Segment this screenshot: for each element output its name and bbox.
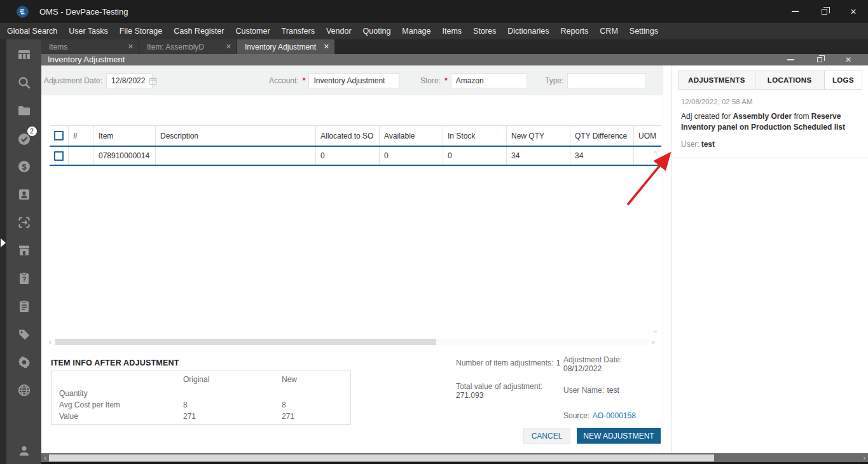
window-horizontal-scrollbar[interactable]: ‹ › — [41, 453, 868, 462]
window-scrollbar-thumb[interactable] — [49, 454, 714, 461]
sidebar-item-orders[interactable] — [16, 298, 32, 315]
tab-inventory-adjustment-close-icon[interactable]: ✕ — [324, 43, 329, 51]
panel-tab-logs[interactable]: LOGS — [824, 71, 862, 90]
menu-global-search[interactable]: Global Search — [1, 23, 63, 39]
minimize-button[interactable] — [780, 0, 809, 23]
restore-button[interactable] — [809, 0, 839, 23]
menu-dictionaries[interactable]: Dictionaries — [502, 23, 555, 39]
tasks-badge: 2 — [27, 126, 37, 136]
account-input[interactable]: Inventory Adjustment — [308, 73, 399, 88]
inner-minimize-icon[interactable] — [787, 59, 794, 60]
item-info-row-avgcost-label: Avg Cost per Item — [59, 400, 183, 411]
summary-adjustment-date-value: 08/12/2022 — [563, 364, 622, 373]
item-info-value-original: 271 — [183, 411, 282, 422]
window-scroll-left-arrow-icon[interactable]: ‹ — [41, 454, 49, 461]
scroll-down-chevron-icon[interactable]: ⌄ — [652, 326, 658, 334]
col-allocated[interactable]: Allocated to SO — [316, 126, 380, 146]
cell-new-qty: 34 — [507, 147, 570, 165]
gear-icon — [17, 355, 32, 370]
scroll-up-chevron-icon[interactable]: ⌃ — [652, 150, 658, 158]
close-button[interactable]: ✕ — [839, 0, 868, 23]
cell-qty-difference: 34 — [570, 147, 634, 165]
sidebar-item-search[interactable] — [16, 74, 32, 91]
adjustment-items-table: # Item Description Allocated to SO Avail… — [50, 125, 661, 166]
log-entry: 12/08/2022, 02:58 AM Adj created for Ass… — [672, 90, 868, 158]
store-input[interactable]: Amazon — [451, 73, 527, 88]
menu-stores[interactable]: Stores — [467, 23, 502, 39]
inner-restore-icon[interactable] — [817, 57, 822, 62]
menu-transfers[interactable]: Transfers — [276, 23, 320, 39]
menu-customer[interactable]: Customer — [230, 23, 275, 39]
sidebar-item-tags[interactable] — [16, 326, 32, 343]
item-info-row-value-label: Value — [59, 411, 183, 422]
sidebar-item-files[interactable] — [16, 102, 32, 119]
row-checkbox[interactable] — [54, 151, 64, 161]
panel-tabs: ADJUSTMENTS LOCATIONS LOGS — [672, 65, 868, 90]
menu-file-storage[interactable]: File Storage — [114, 23, 168, 39]
select-all-checkbox[interactable] — [54, 131, 64, 140]
sidebar-collapse-strip — [0, 39, 6, 464]
type-input[interactable] — [567, 73, 646, 88]
table-horizontal-scrollbar[interactable]: ‹ › — [46, 337, 657, 347]
menu-vendor[interactable]: Vendor — [320, 23, 357, 39]
inner-close-icon[interactable]: ✕ — [845, 56, 851, 64]
sidebar-item-web[interactable] — [16, 382, 32, 399]
panel-tab-locations[interactable]: LOCATIONS — [755, 71, 824, 90]
tab-inventory-adjustment[interactable]: Inventory Adjustment ✕ — [237, 39, 334, 54]
tab-items-label: Items — [49, 43, 124, 51]
sidebar-item-transfers[interactable] — [16, 214, 32, 231]
close-icon: ✕ — [850, 8, 857, 16]
summary-total-value-number: 271.093 — [456, 391, 564, 400]
sidebar-item-profile[interactable] — [16, 442, 32, 459]
menu-bar: Global Search User Tasks File Storage Ca… — [0, 23, 868, 39]
table-scrollbar-track[interactable] — [54, 339, 649, 345]
scroll-left-arrow-icon[interactable]: ‹ — [46, 338, 54, 346]
scroll-right-arrow-icon[interactable]: › — [649, 338, 657, 346]
col-uom[interactable]: UOM — [634, 126, 661, 146]
table-scrollbar-thumb[interactable] — [55, 339, 436, 345]
summary-source: Source: AO-0000158 — [563, 409, 636, 421]
sidebar-expander-arrow-icon[interactable] — [1, 238, 6, 247]
menu-cash-register[interactable]: Cash Register — [168, 23, 230, 39]
adjustment-date-label: Adjustment Date: — [44, 76, 102, 85]
calendar-icon[interactable] — [145, 77, 157, 85]
user-icon — [17, 443, 32, 458]
menu-user-tasks[interactable]: User Tasks — [63, 23, 114, 39]
col-description[interactable]: Description — [156, 126, 316, 146]
adjustment-date-input[interactable]: 12/8/2022 — [106, 73, 153, 88]
sidebar-item-dashboard[interactable] — [16, 46, 32, 63]
col-in-stock[interactable]: In Stock — [443, 126, 507, 146]
panel-tab-adjustments[interactable]: ADJUSTMENTS — [678, 71, 755, 90]
tab-items[interactable]: Items ✕ — [41, 39, 139, 54]
sidebar-item-stores[interactable] — [16, 242, 32, 259]
sidebar-item-help-tasks[interactable]: ? — [16, 270, 32, 287]
sidebar-item-settings[interactable] — [16, 354, 32, 371]
col-available[interactable]: Available — [380, 126, 443, 146]
adjustment-form-bar: Adjustment Date: 12/8/2022 Account: * — [41, 65, 663, 95]
menu-quoting[interactable]: Quoting — [357, 23, 397, 39]
cell-available: 0 — [380, 147, 443, 165]
tab-item-assemblyd-close-icon[interactable]: ✕ — [226, 43, 231, 51]
sidebar-item-contacts[interactable] — [16, 186, 32, 203]
window-scroll-right-arrow-icon[interactable]: › — [860, 454, 868, 461]
menu-items[interactable]: Items — [437, 23, 468, 39]
new-adjustment-button[interactable]: NEW ADJUSTMENT — [577, 428, 661, 444]
col-item[interactable]: Item — [94, 126, 156, 146]
menu-reports[interactable]: Reports — [555, 23, 595, 39]
col-new-qty[interactable]: New QTY — [507, 126, 570, 146]
sidebar-item-finance[interactable]: $ — [16, 158, 32, 175]
col-qty-difference[interactable]: QTY Difference — [570, 126, 634, 146]
menu-manage[interactable]: Manage — [396, 23, 436, 39]
tab-item-assemblyd[interactable]: Item: AssemblyD ✕ — [139, 39, 237, 54]
search-icon — [17, 75, 32, 90]
cancel-button[interactable]: CANCEL — [523, 428, 570, 444]
table-row[interactable]: 078910000014 0 0 0 34 34 — [50, 147, 661, 166]
source-link[interactable]: AO-0000158 — [593, 411, 636, 420]
col-number[interactable]: # — [69, 126, 94, 146]
sidebar-item-tasks[interactable]: 2 — [16, 130, 32, 147]
menu-crm[interactable]: CRM — [594, 23, 623, 39]
menu-settings[interactable]: Settings — [624, 23, 664, 39]
tab-items-close-icon[interactable]: ✕ — [128, 43, 134, 51]
panel-gap — [663, 65, 672, 453]
window-scrollbar-track[interactable] — [49, 454, 860, 461]
